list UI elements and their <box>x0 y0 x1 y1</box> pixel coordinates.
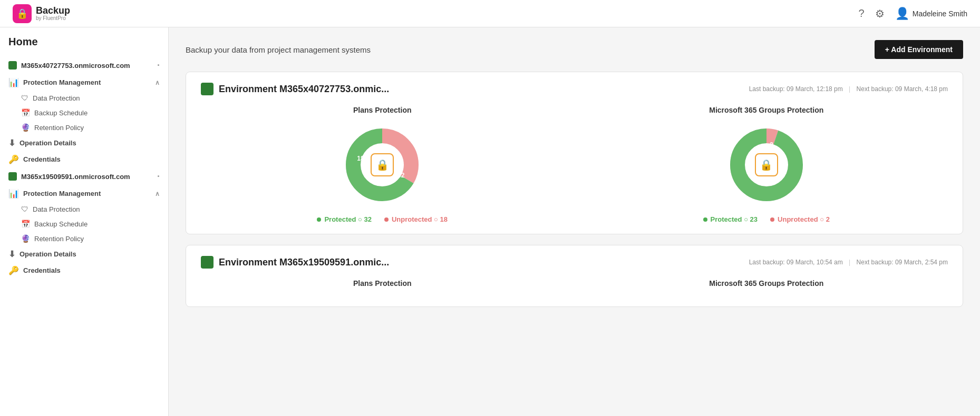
card2-groups-chart: Microsoft 365 Groups Protection <box>585 279 948 296</box>
sidebar-subitem-data-protection-2[interactable]: 🛡 Data Protection <box>0 202 168 216</box>
card1-groups-legend: Protected ○ 23 Unprotected ○ 2 <box>703 215 830 223</box>
card1-groups-unprotected-dot <box>770 217 774 222</box>
sidebar-section-op-details-2[interactable]: ⬇ Operation Details <box>0 246 168 262</box>
env-label-2: M365x19509591.onmicrosoft.com <box>21 173 153 181</box>
logo-title: Backup <box>36 6 70 15</box>
card1-charts-row: Plans Protection 18 32 � <box>201 106 948 223</box>
retention-policy-label-2: Retention Policy <box>34 235 84 243</box>
protection-mgmt-icon-2: 📊 <box>8 189 19 199</box>
card1-plans-protected-label: 32 <box>397 172 404 179</box>
environment-card-2: Environment M365x19509591.onmic... Last … <box>186 245 963 307</box>
sidebar-subitem-retention-policy-1[interactable]: 🔮 Retention Policy <box>0 120 168 135</box>
card2-title-text: Environment M365x19509591.onmic... <box>219 257 389 268</box>
sidebar-section-credentials-2[interactable]: 🔑 Credentials <box>0 262 168 279</box>
sidebar-subitem-data-protection-1[interactable]: 🛡 Data Protection <box>0 91 168 105</box>
data-protection-label-1: Data Protection <box>33 94 80 102</box>
card1-plans-protected-text: Protected ○ 32 <box>324 215 372 223</box>
data-protection-icon-2: 🛡 <box>21 205 28 213</box>
sidebar-section-op-details-1[interactable]: ⬇ Operation Details <box>0 135 168 151</box>
sidebar-subitem-backup-schedule-2[interactable]: 📅 Backup Schedule <box>0 216 168 231</box>
card1-next-backup: Next backup: 09 March, 4:18 pm <box>857 85 948 93</box>
sidebar-subitem-retention-policy-2[interactable]: 🔮 Retention Policy <box>0 231 168 246</box>
sidebar-section-prot-mgmt-2[interactable]: 📊 Protection Management ∧ <box>0 185 168 202</box>
card2-last-backup: Last backup: 09 March, 10:54 am <box>749 259 843 266</box>
backup-schedule-icon-2: 📅 <box>21 220 30 228</box>
card2-groups-title: Microsoft 365 Groups Protection <box>709 279 823 288</box>
card1-title: Environment M365x40727753.onmic... <box>201 83 389 95</box>
protection-mgmt-label-1: Protection Management <box>23 78 151 86</box>
logo-icon: 🔒 <box>13 4 32 23</box>
card2-header: Environment M365x19509591.onmic... Last … <box>201 256 948 269</box>
main-content: Backup your data from project management… <box>169 27 980 416</box>
card1-groups-unprotected-text: Unprotected ○ 2 <box>778 215 830 223</box>
sidebar-section-prot-mgmt-1[interactable]: 📊 Protection Management ∧ <box>0 74 168 91</box>
sidebar-section-credentials-1[interactable]: 🔑 Credentials <box>0 151 168 167</box>
card1-groups-protected-dot <box>703 217 707 222</box>
add-environment-button[interactable]: + Add Environment <box>875 40 963 59</box>
sidebar-env-1[interactable]: M365x40727753.onmicrosoft.com · <box>0 56 168 74</box>
backup-schedule-icon-1: 📅 <box>21 108 30 117</box>
card1-meta: Last backup: 09 March, 12:18 pm | Next b… <box>749 85 948 93</box>
card1-plans-protected-legend: Protected ○ 32 <box>317 215 372 223</box>
env-dot-1: · <box>157 61 160 70</box>
card2-next-backup: Next backup: 09 March, 2:54 pm <box>857 259 948 266</box>
card1-plans-legend: Protected ○ 32 Unprotected ○ 18 <box>317 215 448 223</box>
card1-meta-sep: | <box>849 85 850 93</box>
card1-plans-protected-dot <box>317 217 321 222</box>
env-icon-2 <box>8 172 17 181</box>
card1-plans-unprotected-label: 18 <box>357 155 364 162</box>
card1-plans-title: Plans Protection <box>353 106 411 114</box>
card1-groups-unprotected-label: 2 <box>770 141 773 148</box>
card1-env-icon <box>201 83 214 95</box>
card2-title: Environment M365x19509591.onmic... <box>201 256 389 269</box>
credentials-label-1: Credentials <box>23 155 160 163</box>
env-dot-2: · <box>157 172 160 181</box>
card1-title-text: Environment M365x40727753.onmic... <box>219 84 389 95</box>
card1-groups-chart: Microsoft 365 Groups Protection 2 23 🔒 <box>585 106 948 223</box>
data-protection-label-2: Data Protection <box>33 205 80 213</box>
environment-card-1: Environment M365x40727753.onmic... Last … <box>186 72 963 234</box>
settings-icon[interactable]: ⚙ <box>875 7 885 20</box>
card2-meta-sep: | <box>849 259 850 266</box>
op-details-label-1: Operation Details <box>20 139 160 147</box>
sidebar-env-2[interactable]: M365x19509591.onmicrosoft.com · <box>0 167 168 185</box>
card2-plans-chart: Plans Protection <box>201 279 564 296</box>
retention-policy-icon-1: 🔮 <box>21 123 30 132</box>
env-label-1: M365x40727753.onmicrosoft.com <box>21 62 153 70</box>
card1-groups-donut: 2 23 🔒 <box>724 123 809 207</box>
env-icon-1 <box>8 61 17 70</box>
data-protection-icon-1: 🛡 <box>21 94 28 102</box>
card1-plans-unprotected-legend: Unprotected ○ 18 <box>384 215 448 223</box>
credentials-icon-2: 🔑 <box>8 265 19 275</box>
op-details-icon-2: ⬇ <box>8 249 15 259</box>
op-details-label-2: Operation Details <box>20 250 160 258</box>
card2-plans-title: Plans Protection <box>353 279 411 288</box>
protection-mgmt-icon-1: 📊 <box>8 77 19 87</box>
card2-charts-row: Plans Protection Microsoft 365 Groups Pr… <box>201 279 948 296</box>
card1-plans-unprotected-text: Unprotected ○ 18 <box>392 215 448 223</box>
user-avatar-icon: 👤 <box>895 7 909 21</box>
card2-env-icon <box>201 256 214 269</box>
credentials-label-2: Credentials <box>23 266 160 274</box>
card1-groups-title: Microsoft 365 Groups Protection <box>709 106 823 114</box>
chevron-icon-2: ∧ <box>155 190 160 197</box>
card1-last-backup: Last backup: 09 March, 12:18 pm <box>749 85 843 93</box>
topnav-right: ? ⚙ 👤 Madeleine Smith <box>859 7 967 21</box>
card1-groups-protected-legend: Protected ○ 23 <box>703 215 758 223</box>
op-details-icon-1: ⬇ <box>8 138 15 148</box>
card1-groups-unprotected-legend: Unprotected ○ 2 <box>770 215 830 223</box>
protection-mgmt-label-2: Protection Management <box>23 190 151 197</box>
user-menu[interactable]: 👤 Madeleine Smith <box>895 7 967 21</box>
card1-header: Environment M365x40727753.onmic... Last … <box>201 83 948 95</box>
retention-policy-label-1: Retention Policy <box>34 124 84 132</box>
help-icon[interactable]: ? <box>859 7 865 19</box>
backup-schedule-label-1: Backup Schedule <box>34 109 88 117</box>
card1-plans-unprotected-dot <box>384 217 389 222</box>
layout: Home M365x40727753.onmicrosoft.com · 📊 P… <box>0 27 980 416</box>
retention-policy-icon-2: 🔮 <box>21 234 30 243</box>
logo-sub: by FluentPro <box>36 15 70 21</box>
topnav: 🔒 Backup by FluentPro ? ⚙ 👤 Madeleine Sm… <box>0 0 980 27</box>
card1-plans-lock-icon: 🔒 <box>371 153 394 176</box>
sidebar: Home M365x40727753.onmicrosoft.com · 📊 P… <box>0 27 169 416</box>
sidebar-subitem-backup-schedule-1[interactable]: 📅 Backup Schedule <box>0 105 168 120</box>
